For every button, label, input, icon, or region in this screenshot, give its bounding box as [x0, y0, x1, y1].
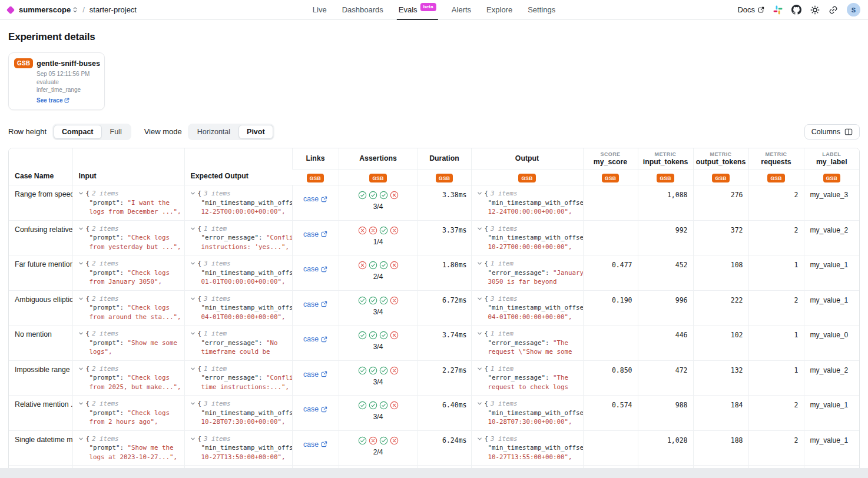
expand-toggle[interactable] [78, 436, 84, 442]
expand-toggle[interactable] [78, 226, 84, 231]
expand-toggle[interactable] [78, 191, 84, 196]
assertion-pass-icon [369, 261, 377, 270]
cell-case-name: Impossible range [9, 360, 72, 396]
expand-toggle[interactable] [190, 191, 196, 196]
json-code-line: 12-24T00:00:00+00:00", [477, 207, 583, 217]
cell-score [583, 185, 638, 221]
expand-toggle[interactable] [477, 191, 482, 196]
cell-duration: 3.74ms [418, 326, 471, 361]
gsb-badge: GSB [436, 174, 453, 182]
column-header-expected: Expected Output [184, 148, 292, 185]
cell-score: 0.850 [583, 360, 638, 396]
cell-input: {2 items"prompt": "Check logsfrom Januar… [72, 255, 184, 291]
case-link[interactable]: case [303, 405, 327, 413]
expand-toggle[interactable] [78, 296, 84, 301]
breadcrumb-project[interactable]: starter-project [90, 5, 137, 14]
expand-toggle[interactable] [477, 331, 482, 336]
json-item-count: 2 items [92, 329, 119, 338]
expand-toggle[interactable] [190, 366, 196, 371]
chevron-down-icon [78, 261, 84, 266]
chevron-down-icon [78, 331, 84, 336]
brand-logo-icon[interactable] [6, 5, 15, 14]
cell-label: my_value_1 [804, 255, 859, 291]
case-link[interactable]: case [303, 335, 327, 343]
cell-output: {3 items"min_timestamp_with_offset"10-27… [471, 220, 583, 255]
cell-expected-output: {3 items"min_timestamp_with_offset"04-01… [184, 290, 292, 326]
expand-toggle[interactable] [78, 366, 84, 371]
expand-toggle[interactable] [190, 261, 196, 266]
cell-case-name: Ambiguous elliptic... [9, 290, 72, 326]
gsb-badge: GSB [307, 174, 324, 182]
expand-toggle[interactable] [190, 226, 196, 231]
case-link[interactable]: case [303, 440, 327, 449]
assertions-summary: 3/4 [339, 343, 418, 351]
view-mode-option-pivot[interactable]: Pivot [238, 125, 273, 139]
avatar[interactable]: S [847, 3, 860, 16]
expand-toggle[interactable] [477, 261, 482, 266]
assertion-fail-icon [390, 366, 399, 375]
top-bar: summerscope / starter-project LiveDashbo… [0, 0, 868, 20]
columns-button[interactable]: Columns [804, 124, 860, 140]
github-icon[interactable] [791, 5, 801, 15]
json-brace: { [86, 434, 90, 444]
json-code-line: request to check logs [477, 383, 583, 392]
chevron-down-icon [190, 401, 196, 406]
expand-toggle[interactable] [477, 226, 482, 231]
cell-input: {2 items"prompt": "Check logsfrom last w… [72, 466, 184, 469]
assertion-pass-icon [379, 401, 388, 410]
chevron-down-icon [190, 366, 196, 371]
nav-tab-dashboards[interactable]: Dashboards [334, 0, 391, 20]
case-link[interactable]: case [303, 195, 327, 203]
share-link-icon[interactable] [829, 5, 838, 15]
chevron-down-icon [477, 436, 482, 442]
external-link-icon [321, 406, 327, 413]
cell-output: {1 item"error_message": "Therequest \"Sh… [471, 326, 583, 361]
expand-toggle[interactable] [477, 366, 482, 371]
assertions-summary: 3/4 [339, 378, 418, 386]
chevron-down-icon [78, 401, 84, 406]
json-item-count: 3 items [491, 434, 518, 444]
nav-tab-label: Dashboards [342, 5, 383, 14]
nav-tab-live[interactable]: Live [305, 0, 334, 20]
cell-assertions: 3/4 [339, 185, 418, 221]
row-height-option-compact[interactable]: Compact [54, 125, 101, 139]
nav-tab-explore[interactable]: Explore [479, 0, 520, 20]
view-mode-option-horizontal[interactable]: Horizontal [189, 125, 238, 139]
expand-toggle[interactable] [190, 296, 196, 301]
table-row: No mention{2 items"prompt": "Show me som… [9, 326, 859, 361]
expand-toggle[interactable] [78, 261, 84, 266]
see-trace-link[interactable]: See trace [37, 97, 69, 104]
nav-tab-label: Alerts [452, 5, 471, 14]
nav-tab-evals[interactable]: Evalsbeta [391, 0, 444, 20]
case-link[interactable]: case [303, 265, 327, 273]
case-link[interactable]: case [303, 300, 327, 308]
cell-requests: 2 [748, 466, 804, 469]
expand-toggle[interactable] [190, 331, 196, 336]
nav-tab-alerts[interactable]: Alerts [444, 0, 479, 20]
row-height-option-full[interactable]: Full [102, 125, 130, 139]
assertion-pass-icon [358, 436, 367, 445]
slack-icon[interactable] [773, 5, 783, 15]
cell-input-tokens: 996 [638, 290, 693, 326]
expand-toggle[interactable] [477, 401, 482, 406]
expand-toggle[interactable] [190, 436, 196, 442]
cell-label: my_value_2 [804, 220, 859, 255]
expand-toggle[interactable] [477, 296, 482, 301]
expand-toggle[interactable] [78, 331, 84, 336]
json-code-line: 04-01T00:00:00+00:00", [190, 313, 292, 322]
expand-toggle[interactable] [190, 401, 196, 406]
assertion-pass-icon [379, 261, 388, 270]
case-link[interactable]: case [303, 370, 327, 379]
column-header-links: Links [292, 148, 339, 170]
expand-toggle[interactable] [78, 401, 84, 406]
nav-tab-settings[interactable]: Settings [520, 0, 563, 20]
theme-toggle-icon[interactable] [810, 5, 820, 15]
assertion-pass-icon [379, 296, 388, 305]
experiment-badge-cell: GSB [638, 170, 693, 185]
org-switcher[interactable]: summerscope [19, 5, 78, 14]
case-link[interactable]: case [303, 230, 327, 238]
cell-output: {3 items"min_timestamp_with_offset"10-28… [471, 396, 583, 431]
assertion-pass-icon [369, 296, 377, 305]
expand-toggle[interactable] [477, 436, 482, 442]
docs-link[interactable]: Docs [737, 5, 764, 14]
